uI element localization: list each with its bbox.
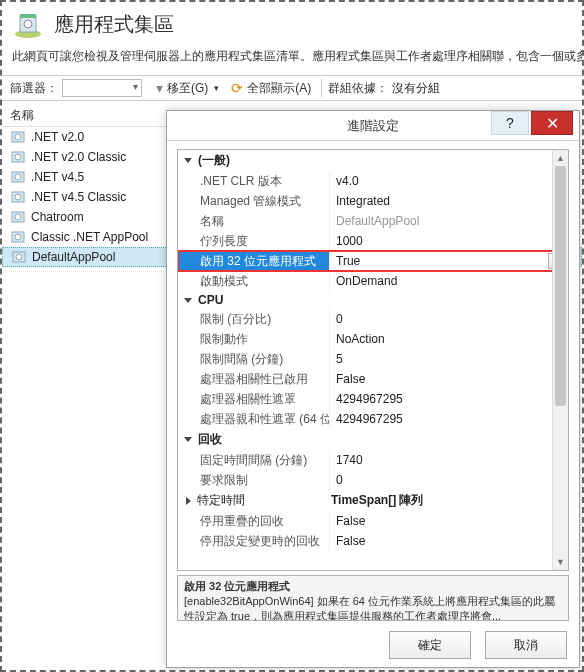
caret-down-icon bbox=[184, 298, 192, 303]
app-pool-icon bbox=[11, 249, 27, 265]
ok-button[interactable]: 確定 bbox=[389, 631, 471, 659]
prop-row[interactable]: 限制動作NoAction bbox=[178, 329, 568, 349]
svg-point-5 bbox=[15, 134, 21, 140]
scrollbar[interactable]: ▲ ▼ bbox=[552, 150, 568, 570]
dialog-titlebar[interactable]: 進階設定 ? ✕ bbox=[167, 111, 579, 141]
prop-row[interactable]: 處理器相關性已啟用False bbox=[178, 369, 568, 389]
group-by-label: 群組依據： bbox=[328, 80, 388, 97]
filter-input[interactable] bbox=[62, 79, 142, 97]
svg-point-9 bbox=[15, 174, 21, 180]
caret-down-icon bbox=[184, 437, 192, 442]
svg-point-3 bbox=[24, 20, 32, 28]
svg-rect-2 bbox=[20, 14, 36, 18]
svg-point-15 bbox=[15, 234, 21, 240]
scroll-thumb[interactable] bbox=[555, 166, 566, 406]
prop-row[interactable]: 處理器相關性遮罩4294967295 bbox=[178, 389, 568, 409]
app-pool-icon bbox=[12, 8, 44, 40]
prop-row[interactable]: 限制 (百分比)0 bbox=[178, 309, 568, 329]
section-general[interactable]: (一般) bbox=[178, 150, 568, 171]
app-pool-icon bbox=[10, 209, 26, 225]
show-all-button[interactable]: ⟳全部顯示(A) bbox=[227, 80, 315, 97]
prop-row-expandable[interactable]: 特定時間TimeSpan[] 陣列 bbox=[178, 490, 568, 511]
scroll-up-icon[interactable]: ▲ bbox=[553, 150, 568, 166]
group-by-value[interactable]: 沒有分組 bbox=[392, 80, 440, 97]
filter-label: 篩選器： bbox=[10, 80, 58, 97]
property-description: 啟用 32 位元應用程式 [enable32BitAppOnWin64] 如果在… bbox=[177, 575, 569, 621]
prop-row[interactable]: 啟動模式OnDemand bbox=[178, 271, 568, 291]
prop-row[interactable]: 固定時間間隔 (分鐘)1740 bbox=[178, 450, 568, 470]
show-all-icon: ⟳ bbox=[231, 80, 243, 96]
prop-row[interactable]: 要求限制0 bbox=[178, 470, 568, 490]
desc-title: 啟用 32 位元應用程式 bbox=[184, 579, 562, 594]
svg-point-17 bbox=[16, 254, 22, 260]
go-button[interactable]: ▾移至(G)▾ bbox=[152, 80, 223, 97]
cancel-button[interactable]: 取消 bbox=[485, 631, 567, 659]
prop-row-enable-32bit[interactable]: 啟用 32 位元應用程式True bbox=[178, 251, 568, 271]
prop-row[interactable]: 處理器親和性遮罩 (64 位4294967295 bbox=[178, 409, 568, 429]
separator bbox=[321, 79, 322, 97]
toolbar: 篩選器： ▾移至(G)▾ ⟳全部顯示(A) 群組依據： 沒有分組 bbox=[2, 75, 582, 101]
close-button[interactable]: ✕ bbox=[531, 111, 573, 135]
advanced-settings-dialog: 進階設定 ? ✕ (一般) .NET CLR 版本v4.0 Managed 管線… bbox=[166, 110, 580, 668]
app-pool-icon bbox=[10, 169, 26, 185]
svg-point-7 bbox=[15, 154, 21, 160]
prop-row[interactable]: 限制間隔 (分鐘)5 bbox=[178, 349, 568, 369]
scroll-down-icon[interactable]: ▼ bbox=[553, 554, 568, 570]
help-button[interactable]: ? bbox=[491, 111, 529, 135]
prop-row[interactable]: Managed 管線模式Integrated bbox=[178, 191, 568, 211]
svg-point-13 bbox=[15, 214, 21, 220]
page-header: 應用程式集區 bbox=[2, 2, 582, 44]
caret-right-icon bbox=[186, 497, 191, 505]
funnel-icon: ▾ bbox=[156, 80, 163, 96]
app-pool-icon bbox=[10, 129, 26, 145]
prop-row[interactable]: 名稱DefaultAppPool bbox=[178, 211, 568, 231]
app-pool-icon bbox=[10, 229, 26, 245]
enable-32bit-dropdown[interactable]: True bbox=[330, 251, 568, 271]
app-pool-icon bbox=[10, 149, 26, 165]
section-cpu[interactable]: CPU bbox=[178, 291, 568, 309]
property-grid: (一般) .NET CLR 版本v4.0 Managed 管線模式Integra… bbox=[177, 149, 569, 571]
prop-row[interactable]: 佇列長度1000 bbox=[178, 231, 568, 251]
caret-down-icon bbox=[184, 158, 192, 163]
page-description: 此網頁可讓您檢視及管理伺服器上的應用程式集區清單。應用程式集區與工作者處理序相關… bbox=[2, 44, 582, 75]
svg-point-11 bbox=[15, 194, 21, 200]
app-pool-icon bbox=[10, 189, 26, 205]
page-title: 應用程式集區 bbox=[54, 11, 174, 38]
dialog-buttons: 確定 取消 bbox=[389, 631, 567, 659]
prop-row[interactable]: 停用重疊的回收False bbox=[178, 511, 568, 531]
dialog-title: 進階設定 bbox=[347, 117, 399, 135]
prop-row[interactable]: .NET CLR 版本v4.0 bbox=[178, 171, 568, 191]
section-recycle[interactable]: 回收 bbox=[178, 429, 568, 450]
prop-row[interactable]: 停用設定變更時的回收False bbox=[178, 531, 568, 551]
desc-text: [enable32BitAppOnWin64] 如果在 64 位元作業系統上將應… bbox=[184, 594, 562, 621]
